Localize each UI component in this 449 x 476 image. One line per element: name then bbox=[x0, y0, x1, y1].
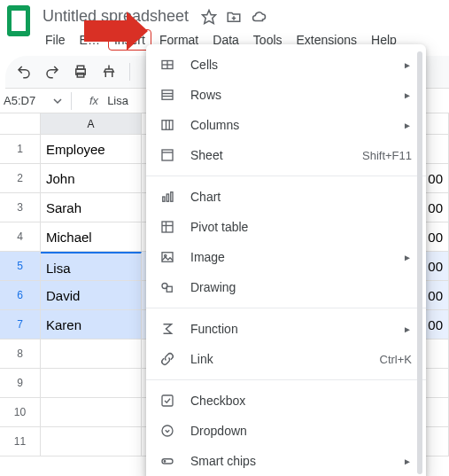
row-header[interactable]: 8 bbox=[0, 339, 41, 369]
svg-rect-1 bbox=[12, 15, 25, 27]
row-header[interactable]: 7 bbox=[0, 310, 41, 339]
menu-item-label: Cells bbox=[190, 58, 389, 72]
cell[interactable] bbox=[41, 398, 142, 427]
row-header[interactable]: 11 bbox=[0, 427, 41, 456]
scrollbar[interactable] bbox=[417, 51, 422, 474]
cell[interactable]: Employee bbox=[41, 135, 142, 164]
menu-item-label: Function bbox=[190, 322, 389, 336]
menu-item-accelerator: Ctrl+K bbox=[380, 353, 412, 366]
menu-file[interactable]: File bbox=[39, 29, 72, 51]
row-header[interactable]: 6 bbox=[0, 281, 41, 310]
select-all-corner[interactable] bbox=[0, 113, 41, 135]
menu-item-label: Rows bbox=[190, 88, 389, 102]
menu-separator bbox=[146, 379, 426, 380]
chart-icon bbox=[159, 188, 176, 206]
fx-label: fx bbox=[81, 94, 107, 107]
row-header[interactable]: 1 bbox=[0, 135, 41, 164]
insert-menu-dropdown: Cells►Rows►Columns►SheetShift+F11ChartPi… bbox=[146, 44, 426, 476]
svg-point-29 bbox=[162, 425, 173, 436]
star-icon[interactable] bbox=[201, 9, 217, 25]
annotation-arrow bbox=[84, 20, 128, 42]
menu-item-label: Pivot table bbox=[190, 220, 412, 234]
svg-rect-24 bbox=[162, 253, 173, 262]
menu-separator bbox=[146, 176, 426, 176]
menu-item-label: Dropdown bbox=[190, 424, 412, 438]
cell[interactable] bbox=[41, 427, 142, 456]
menu-separator bbox=[146, 308, 426, 308]
dropdown-icon bbox=[159, 422, 176, 440]
menu-item-chart[interactable]: Chart bbox=[146, 182, 426, 212]
name-box[interactable]: A5:D7 bbox=[0, 89, 53, 113]
cell[interactable]: Sarah bbox=[41, 193, 142, 222]
menu-item-accelerator: Shift+F11 bbox=[362, 149, 412, 162]
menu-item-pivot-table[interactable]: Pivot table bbox=[146, 212, 426, 242]
svg-rect-20 bbox=[171, 192, 173, 202]
cols-icon bbox=[159, 116, 176, 134]
svg-marker-4 bbox=[203, 10, 216, 23]
svg-rect-28 bbox=[162, 395, 173, 406]
column-header[interactable]: A bbox=[41, 113, 142, 135]
row-header[interactable]: 9 bbox=[0, 369, 41, 398]
submenu-arrow-icon: ► bbox=[403, 60, 412, 70]
svg-rect-11 bbox=[162, 90, 173, 100]
svg-rect-17 bbox=[162, 150, 173, 160]
menu-item-function[interactable]: Function► bbox=[146, 314, 426, 344]
checkbox-icon bbox=[159, 392, 176, 410]
row-header[interactable]: 5 bbox=[0, 252, 41, 281]
svg-rect-14 bbox=[162, 121, 173, 130]
menu-item-smart-chips[interactable]: Smart chips► bbox=[146, 446, 426, 476]
menu-item-checkbox[interactable]: Checkbox bbox=[146, 386, 426, 416]
submenu-arrow-icon: ► bbox=[403, 253, 412, 262]
drawing-icon bbox=[159, 278, 176, 296]
submenu-arrow-icon: ► bbox=[403, 324, 412, 334]
menu-item-label: Checkbox bbox=[190, 394, 412, 408]
menu-item-sheet[interactable]: SheetShift+F11 bbox=[146, 140, 426, 170]
row-header[interactable]: 3 bbox=[0, 193, 41, 222]
menu-item-drawing[interactable]: Drawing bbox=[146, 272, 426, 302]
cell[interactable] bbox=[41, 369, 142, 398]
cell[interactable] bbox=[41, 339, 142, 369]
move-icon[interactable] bbox=[226, 9, 242, 25]
menu-item-label: Smart chips bbox=[190, 454, 389, 468]
cloud-status-icon[interactable] bbox=[251, 9, 267, 25]
menu-item-label: Chart bbox=[190, 190, 412, 204]
svg-rect-6 bbox=[77, 66, 84, 69]
menu-item-columns[interactable]: Columns► bbox=[146, 110, 426, 140]
sheet-icon bbox=[159, 146, 176, 164]
menu-item-image[interactable]: Image► bbox=[146, 242, 426, 272]
pivot-icon bbox=[159, 218, 176, 236]
formula-bar[interactable]: Lisa bbox=[107, 94, 128, 107]
submenu-arrow-icon: ► bbox=[403, 121, 412, 130]
svg-rect-21 bbox=[162, 222, 173, 232]
toolbar-separator bbox=[129, 63, 130, 81]
svg-rect-19 bbox=[166, 194, 168, 201]
separator bbox=[71, 92, 72, 110]
row-header[interactable]: 10 bbox=[0, 398, 41, 427]
menu-item-cells[interactable]: Cells► bbox=[146, 50, 426, 80]
print-icon[interactable] bbox=[73, 64, 89, 80]
paint-format-icon[interactable] bbox=[101, 64, 117, 80]
rows-icon bbox=[159, 86, 176, 104]
undo-icon[interactable] bbox=[16, 64, 32, 80]
cell[interactable]: Lisa bbox=[41, 252, 142, 281]
cell[interactable]: Karen bbox=[41, 310, 142, 339]
sheets-logo[interactable] bbox=[7, 5, 30, 36]
menu-item-dropdown[interactable]: Dropdown bbox=[146, 416, 426, 446]
image-icon bbox=[159, 248, 176, 266]
cells-icon bbox=[159, 56, 176, 74]
cell[interactable]: David bbox=[41, 281, 142, 310]
svg-rect-0 bbox=[7, 5, 30, 36]
menu-item-rows[interactable]: Rows► bbox=[146, 80, 426, 110]
cell[interactable]: John bbox=[41, 164, 142, 193]
svg-rect-18 bbox=[163, 197, 165, 201]
name-box-dropdown-icon[interactable] bbox=[53, 97, 62, 105]
menu-item-link[interactable]: LinkCtrl+K bbox=[146, 344, 426, 374]
cell[interactable]: Michael bbox=[41, 222, 142, 252]
link-icon bbox=[159, 350, 176, 368]
function-icon bbox=[159, 320, 176, 338]
row-header[interactable]: 2 bbox=[0, 164, 41, 193]
chips-icon bbox=[159, 452, 176, 470]
submenu-arrow-icon: ► bbox=[403, 456, 412, 466]
row-header[interactable]: 4 bbox=[0, 222, 41, 252]
redo-icon[interactable] bbox=[44, 64, 60, 80]
